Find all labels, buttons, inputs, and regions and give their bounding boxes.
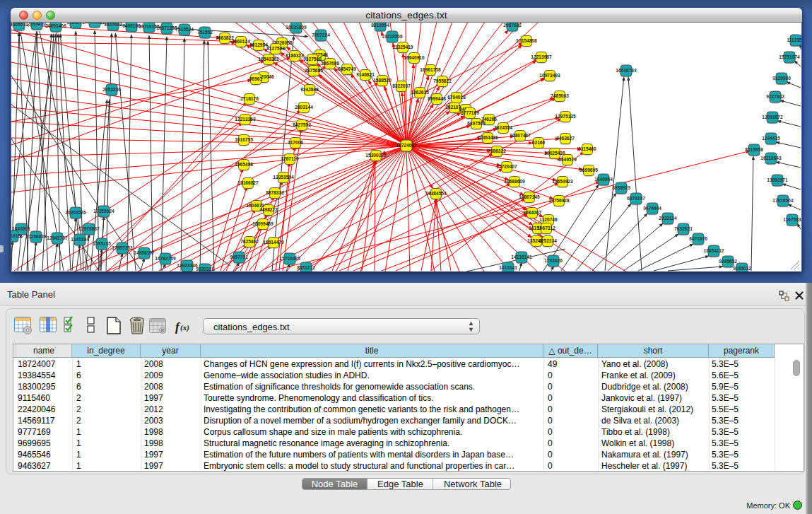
svg-text:19218506: 19218506 [382,34,403,39]
svg-text:6794028: 6794028 [447,95,466,100]
svg-text:8912954: 8912954 [249,42,268,47]
svg-text:8454749: 8454749 [338,66,356,71]
svg-text:391918: 391918 [11,233,20,238]
svg-text:17016504: 17016504 [772,198,794,203]
svg-text:2933114: 2933114 [659,216,677,221]
svg-text:1010755: 1010755 [235,137,253,142]
svg-text:3267110: 3267110 [281,156,299,161]
svg-text:9127503: 9127503 [266,46,285,51]
svg-text:1549579: 1549579 [558,157,577,162]
svg-text:10154808: 10154808 [516,38,537,43]
svg-text:7386322: 7386322 [488,148,506,153]
svg-text:16033809: 16033809 [286,25,307,30]
svg-text:62160: 62160 [532,140,546,145]
svg-text:1112354: 1112354 [787,37,801,42]
svg-text:8427552: 8427552 [293,122,311,127]
svg-text:1965498: 1965498 [235,162,253,167]
svg-text:15716485: 15716485 [279,256,300,261]
svg-text:9330321: 9330321 [196,267,214,271]
svg-text:18724007: 18724007 [396,143,417,148]
svg-text:16782759: 16782759 [155,256,176,261]
svg-text:7515524: 7515524 [175,27,194,32]
svg-text:8322037: 8322037 [392,83,411,88]
svg-text:7632621: 7632621 [674,226,693,231]
svg-text:16671355: 16671355 [156,25,177,30]
svg-text:8938923: 8938923 [612,185,630,190]
svg-text:10543362: 10543362 [258,57,279,62]
svg-text:12975887: 12975887 [78,226,100,231]
svg-text:1362615: 1362615 [411,90,429,95]
svg-text:20364436: 20364436 [477,135,498,140]
svg-text:9777169: 9777169 [461,110,479,115]
svg-text:9115460: 9115460 [578,146,596,151]
svg-text:17359924: 17359924 [93,209,114,214]
svg-text:1413341: 1413341 [499,265,517,270]
svg-text:8186323: 8186323 [286,53,304,58]
svg-text:15720407: 15720407 [496,164,517,169]
svg-text:1145194: 1145194 [71,237,89,242]
svg-text:6879197: 6879197 [627,196,645,201]
svg-text:12213967: 12213967 [531,54,552,59]
svg-text:1067312: 1067312 [537,226,555,230]
svg-text:4498222: 4498222 [259,207,278,212]
svg-text:10654112: 10654112 [704,248,724,253]
svg-text:1527602: 1527602 [104,23,122,27]
svg-text:8878332: 8878332 [266,190,284,195]
svg-text:2803144: 2803144 [295,105,313,110]
svg-text:1640954: 1640954 [594,177,613,182]
svg-text:16210643: 16210643 [760,156,782,160]
svg-text:14138141: 14138141 [511,255,532,259]
svg-text:1252234: 1252234 [539,238,557,243]
svg-text:2093450: 2093450 [28,23,46,26]
svg-text:1733426: 1733426 [544,258,563,263]
svg-text:9227342: 9227342 [766,94,784,99]
svg-text:13654923: 13654923 [552,179,573,184]
svg-text:2718176: 2718176 [240,96,259,101]
svg-text:20206526: 20206526 [65,210,86,215]
svg-text:16640910: 16640910 [404,55,425,60]
svg-text:20691406: 20691406 [45,23,66,28]
svg-text:1934572: 1934572 [66,23,85,25]
svg-text:2867608: 2867608 [321,61,339,66]
svg-text:1405571: 1405571 [11,23,28,27]
svg-text:18807249: 18807249 [519,194,540,199]
svg-text:417006: 417006 [288,140,303,145]
svg-text:751552: 751552 [197,30,213,35]
svg-text:9129966: 9129966 [772,76,791,81]
svg-text:9463627: 9463627 [556,136,575,141]
svg-text:3875685: 3875685 [305,68,323,73]
svg-text:8471676: 8471676 [689,236,707,241]
svg-text:6466160: 6466160 [122,23,141,28]
svg-text:98961: 98961 [249,76,263,81]
svg-text:(x): (x) [180,323,189,332]
svg-text:19166827: 19166827 [237,180,259,185]
svg-text:3660124: 3660124 [232,39,250,44]
svg-text:7485063: 7485063 [551,93,569,98]
svg-text:10807487: 10807487 [510,133,531,138]
svg-text:10973493: 10973493 [539,73,560,78]
svg-text:7955812: 7955812 [433,78,452,83]
svg-text:14958107: 14958107 [134,250,155,255]
svg-text:9084067: 9084067 [523,210,541,215]
svg-text:13353594: 13353594 [273,175,294,180]
svg-text:12942737: 12942737 [47,235,68,240]
svg-text:12975135: 12975135 [555,114,576,119]
svg-text:12093872: 12093872 [762,115,783,119]
svg-text:19384554: 19384554 [425,191,447,196]
svg-text:10688609: 10688609 [504,179,525,184]
svg-text:8851212: 8851212 [297,265,315,270]
svg-text:2053336: 2053336 [102,87,121,92]
svg-text:7857224: 7857224 [312,33,330,37]
svg-text:10653267: 10653267 [84,23,105,24]
svg-text:15751074: 15751074 [779,54,800,59]
svg-text:1595135: 1595135 [93,241,111,246]
svg-text:11325419: 11325419 [393,45,413,49]
svg-text:9245012: 9245012 [733,266,751,271]
svg-text:9457791: 9457791 [230,255,248,259]
svg-text:9327508: 9327508 [303,57,322,62]
svg-text:16914479: 16914479 [263,240,284,245]
svg-text:1120746: 1120746 [539,217,558,222]
svg-text:7625402: 7625402 [240,239,259,244]
svg-text:9146821: 9146821 [356,72,375,77]
svg-text:9474444: 9474444 [643,206,661,211]
